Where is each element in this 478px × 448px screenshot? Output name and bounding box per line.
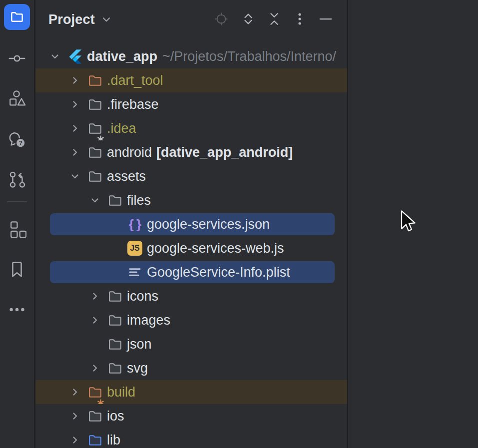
chevron-down-icon[interactable] <box>48 49 62 63</box>
tree-row[interactable]: GoogleService-Info.plist <box>35 260 347 284</box>
tree-row[interactable]: assets <box>35 164 347 188</box>
activity-bar-divider <box>7 201 27 202</box>
chevron-spacer <box>108 265 122 279</box>
tree-row-path: ~/Projetos/Trabalhos/Interno/ <box>162 49 336 64</box>
flutter-icon <box>67 48 83 64</box>
chevron-right-icon[interactable] <box>68 97 82 111</box>
tool-window-button-more[interactable] <box>7 300 27 320</box>
bookmark-icon <box>7 260 26 279</box>
tree-row[interactable]: dative_app~/Projetos/Trabalhos/Interno/ <box>35 44 347 68</box>
folder-icon <box>107 360 123 376</box>
tree-row-label: dative_app <box>87 49 157 64</box>
tree-row-label: svg <box>127 361 148 376</box>
tree-row[interactable]: android[dative_app_android] <box>35 140 347 164</box>
folder-icon <box>107 312 123 328</box>
tree-row-label: .dart_tool <box>107 73 163 88</box>
tool-window-button-structure[interactable] <box>7 89 27 109</box>
tool-window-button-modules[interactable] <box>7 220 27 240</box>
project-tree: dative_app~/Projetos/Trabalhos/Interno/.… <box>35 44 347 448</box>
js-badge-icon: JS <box>127 240 143 256</box>
tool-window-options-button[interactable] <box>292 11 308 27</box>
shapes-icon <box>7 89 26 108</box>
folder-source-icon <box>87 432 103 448</box>
tree-row-label: android <box>107 145 152 160</box>
tree-row[interactable]: icons <box>35 284 347 308</box>
chevron-down-icon[interactable] <box>100 13 113 26</box>
chevron-right-icon[interactable] <box>68 409 82 423</box>
tree-row[interactable]: images <box>35 308 347 332</box>
folder-icon <box>107 336 123 352</box>
expand-all-icon <box>241 11 256 26</box>
hide-tool-window-button[interactable] <box>318 11 334 27</box>
folder-icon <box>87 408 103 424</box>
hide-icon <box>318 11 333 26</box>
tree-row[interactable]: files <box>35 188 347 212</box>
mouse-cursor <box>401 210 416 231</box>
tree-row[interactable]: ios <box>35 404 347 428</box>
tool-window-button-assistant[interactable]: ? <box>7 130 27 150</box>
activity-bar: ? <box>0 0 35 448</box>
chevron-right-icon[interactable] <box>68 433 82 447</box>
project-panel-header: Project <box>35 0 347 38</box>
chevron-down-icon[interactable] <box>88 193 102 207</box>
tool-window-button-bookmarks[interactable] <box>7 260 27 280</box>
grid-squares-icon <box>7 220 26 239</box>
ellipsis-icon <box>7 300 26 319</box>
chevron-right-icon[interactable] <box>88 361 102 375</box>
tree-row[interactable]: { }google-services.json <box>35 212 347 236</box>
tree-row[interactable]: svg <box>35 356 347 380</box>
collapse-all-button[interactable] <box>266 11 282 27</box>
tree-row-label: json <box>127 337 152 352</box>
tree-row-label: .firebase <box>107 97 159 112</box>
tool-window-button-pull-requests[interactable] <box>7 170 27 190</box>
expand-all-button[interactable] <box>240 11 256 27</box>
tree-row-label: google-services.json <box>147 217 270 232</box>
tree-row-label: images <box>127 313 170 328</box>
chevron-right-icon[interactable] <box>68 145 82 159</box>
folder-icon <box>107 288 123 304</box>
chevron-spacer <box>108 241 122 255</box>
pull-request-icon <box>7 170 26 189</box>
project-view-selector[interactable]: Project <box>48 12 95 27</box>
tree-row[interactable]: .firebase <box>35 92 347 116</box>
json-braces-icon: { } <box>127 216 143 232</box>
tool-window-button-project[interactable] <box>4 4 30 30</box>
chevron-right-icon[interactable] <box>88 313 102 327</box>
folder-excluded-asterisk-icon <box>87 384 103 400</box>
chevron-right-icon[interactable] <box>68 121 82 135</box>
locate-file-button[interactable] <box>213 11 229 27</box>
tree-row[interactable]: json <box>35 332 347 356</box>
more-vertical-icon <box>292 11 307 26</box>
tree-row[interactable]: .idea <box>35 116 347 140</box>
tree-row-label: lib <box>107 433 120 448</box>
chevron-right-icon[interactable] <box>68 73 82 87</box>
tree-row-label: files <box>127 193 151 208</box>
tree-row[interactable]: JSgoogle-services-web.js <box>35 236 347 260</box>
tree-row-label: .idea <box>107 121 136 136</box>
chevron-spacer <box>88 337 102 351</box>
tree-row[interactable]: .dart_tool <box>35 68 347 92</box>
locate-icon <box>214 11 229 26</box>
plist-lines-icon <box>127 264 143 280</box>
tree-row-label: build <box>107 385 135 400</box>
tree-row[interactable]: lib <box>35 428 347 448</box>
chat-help-icon: ? <box>7 130 26 149</box>
project-tool-window: Project <box>35 0 348 448</box>
tool-window-button-commit[interactable] <box>7 48 27 68</box>
tree-row-label: assets <box>107 169 146 184</box>
collapse-all-icon <box>267 11 282 26</box>
folder-icon <box>87 144 103 160</box>
tree-row-label: google-services-web.js <box>147 241 284 256</box>
folder-icon <box>87 96 103 112</box>
tree-row-label: GoogleService-Info.plist <box>147 265 290 280</box>
chevron-spacer <box>108 217 122 231</box>
tree-row-label: ios <box>107 409 124 424</box>
folder-excluded-icon <box>87 72 103 88</box>
chevron-right-icon[interactable] <box>68 385 82 399</box>
tree-row[interactable]: build <box>35 380 347 404</box>
chevron-down-icon[interactable] <box>68 169 82 183</box>
tree-row-label: icons <box>127 289 158 304</box>
folder-icon <box>9 9 24 24</box>
folder-asterisk-icon <box>87 120 103 136</box>
chevron-right-icon[interactable] <box>88 289 102 303</box>
